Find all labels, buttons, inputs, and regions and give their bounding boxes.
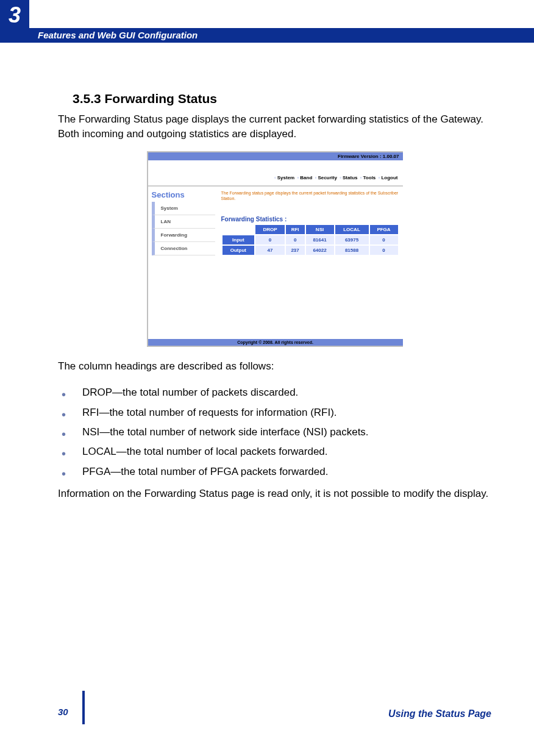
- sidebar: Sections System LAN Forwarding Connectio…: [148, 187, 215, 339]
- nav-sep-icon: ◦: [379, 175, 380, 180]
- nav-bar: ◦System ◦Band ◦Security ◦Status ◦Tools ◦…: [148, 160, 403, 187]
- cell: 0: [369, 245, 399, 255]
- table-row: Output 47 237 64022 81588 0: [222, 245, 399, 255]
- list-item: PFGA—the total number of PFGA packets fo…: [58, 462, 491, 482]
- sidebar-item-system[interactable]: System: [152, 202, 215, 215]
- stats-table: DROP RFI NSI LOCAL PFGA Input 0 0 81641 …: [221, 224, 399, 256]
- nav-item[interactable]: Band: [300, 175, 312, 180]
- nav-sep-icon: ◦: [274, 175, 276, 180]
- chapter-number: 3: [0, 0, 29, 43]
- row-header: Input: [222, 235, 255, 245]
- sidebar-title: Sections: [152, 190, 215, 199]
- section-heading: 3.5.3 Forwarding Status: [73, 91, 491, 106]
- page-number: 30: [58, 707, 68, 719]
- nav-sep-icon: ◦: [360, 175, 362, 180]
- copyright-bar: Copyright © 2008. All rights reserved.: [148, 339, 403, 346]
- list-item: RFI—the total number of requests for inf…: [58, 403, 491, 423]
- closing-paragraph: Information on the Forwarding Status pag…: [58, 487, 491, 501]
- col-header: RFI: [285, 224, 305, 235]
- firmware-bar: Firmware Version : 1.00.07: [148, 152, 403, 160]
- list-item: NSI—the total number of network side int…: [58, 423, 491, 442]
- column-intro: The column headings are described as fol…: [58, 359, 491, 374]
- col-header: DROP: [255, 224, 285, 235]
- table-header-row: DROP RFI NSI LOCAL PFGA: [222, 224, 399, 235]
- nav-sep-icon: ◦: [340, 175, 341, 180]
- cell: 64022: [305, 245, 335, 255]
- stats-title: Forwarding Statistics :: [221, 216, 399, 223]
- list-item: LOCAL—the total number of local packets …: [58, 442, 491, 462]
- cell: 63975: [335, 235, 369, 245]
- nav-item[interactable]: Status: [343, 175, 357, 180]
- footer-section-title: Using the Status Page: [388, 708, 491, 719]
- list-item: DROP—the total number of packets discard…: [58, 383, 491, 402]
- main-panel: The Forwarding status page displays the …: [215, 187, 403, 339]
- nav-sep-icon: ◦: [315, 175, 317, 180]
- row-header: Output: [222, 245, 255, 255]
- sidebar-item-lan[interactable]: LAN: [152, 215, 215, 229]
- header-title: Features and Web GUI Configuration: [29, 28, 534, 43]
- cell: 237: [285, 245, 305, 255]
- panel-description: The Forwarding status page displays the …: [221, 190, 399, 209]
- footer-rule: [82, 691, 85, 724]
- cell: 47: [255, 245, 285, 255]
- cell: 81588: [335, 245, 369, 255]
- col-header: PFGA: [369, 224, 399, 235]
- cell: 0: [255, 235, 285, 245]
- table-corner: [222, 224, 255, 235]
- nav-item[interactable]: System: [277, 175, 294, 180]
- col-header: LOCAL: [335, 224, 369, 235]
- nav-item[interactable]: Tools: [363, 175, 376, 180]
- bullet-list: DROP—the total number of packets discard…: [58, 383, 491, 481]
- sidebar-item-forwarding[interactable]: Forwarding: [152, 229, 215, 242]
- sidebar-item-connection[interactable]: Connection: [152, 242, 215, 255]
- cell: 0: [285, 235, 305, 245]
- cell: 0: [369, 235, 399, 245]
- nav-sep-icon: ◦: [297, 175, 299, 180]
- nav-item[interactable]: Logout: [381, 175, 397, 180]
- col-header: NSI: [305, 224, 335, 235]
- intro-paragraph: The Forwarding Status page displays the …: [58, 112, 491, 141]
- nav-item[interactable]: Security: [318, 175, 337, 180]
- table-row: Input 0 0 81641 63975 0: [222, 235, 399, 245]
- cell: 81641: [305, 235, 335, 245]
- embedded-screenshot: Firmware Version : 1.00.07 ◦System ◦Band…: [147, 151, 403, 347]
